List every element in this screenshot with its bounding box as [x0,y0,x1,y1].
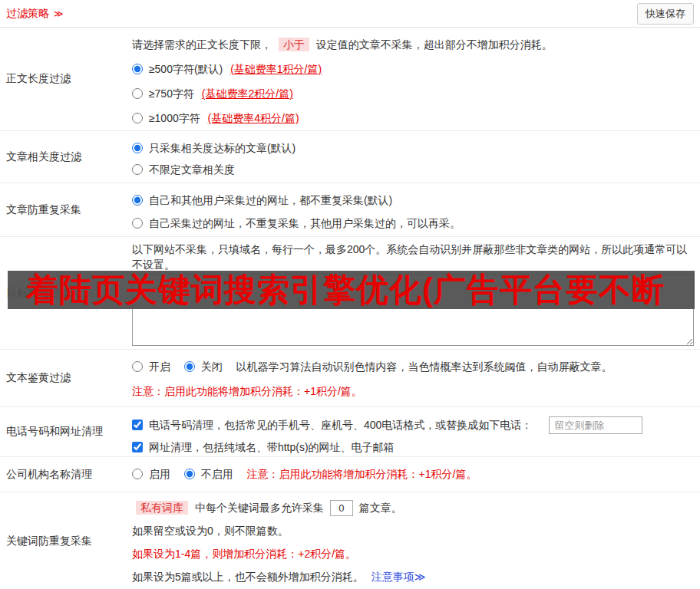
radio-option-1000-chars[interactable]: ≥1000字符 (基础费率4积分/篇) [132,112,299,124]
checkbox-phone-clean[interactable] [132,420,143,430]
radio-label: 开启 [149,360,170,373]
keyword-note-fee: 如果设为1-4篇，则增加积分消耗：+2积分/篇。 [132,546,694,562]
radio-company-on[interactable] [132,469,143,479]
intro-text-before: 请选择需求的正文长度下限， [132,38,272,51]
quick-save-button[interactable]: 快速保存 [637,3,694,25]
row-label: 文本鉴黄过滤 [0,350,132,406]
content-length-intro: 请选择需求的正文长度下限， 小于 设定值的文章不采集，超出部分不增加积分消耗。 [132,37,694,53]
checkbox-url-clean[interactable] [132,442,143,452]
radio-1000-chars[interactable] [132,113,143,123]
radio-relevance-on[interactable] [132,143,143,153]
fee-link-2-credit[interactable]: (基础费率2积分/篇) [202,87,293,100]
intro-text-after: 设定值的文章不采集，超出部分不增加积分消耗。 [316,38,553,51]
page-title-text: 过滤策略 [6,7,49,19]
radio-option-company-off[interactable]: 不启用 [184,468,236,480]
radio-company-off[interactable] [184,469,195,479]
page-title[interactable]: 过滤策略 ≫ [6,7,63,21]
porn-filter-note: 注意：启用此功能将增加积分消耗：+1积分/篇。 [132,383,694,400]
radio-label: 不限定文章相关度 [149,163,235,176]
radio-dedupe-all[interactable] [132,195,143,206]
double-chevron-icon: ≫ [54,8,64,19]
row-keyword-dedupe: 关键词防重复采集 私有词库 中每个关键词最多允许采集 篇文章。 如果留空或设为0… [0,492,700,589]
watermark-text: 着陆页关键词搜索引擎优化(广告平台要不断 [8,271,665,309]
checkbox-option-url-clean[interactable]: 网址清理，包括纯域名、带http(s)的网址、电子邮箱 [132,441,395,453]
radio-750-chars[interactable] [132,88,143,99]
row-label: 公司机构名称清理 [0,457,132,492]
row-label: 正文长度过滤 [0,28,132,130]
keyword-note-five-plus: 如果设为5篇或以上，也不会额外增加积分消耗。 注意事项≫ [132,569,694,585]
radio-option-750-chars[interactable]: ≥750字符 (基础费率2积分/篇) [132,87,293,100]
radio-dedupe-self[interactable] [132,218,143,229]
radio-option-dedupe-all[interactable]: 自己和其他用户采集过的网址，都不重复采集(默认) [132,194,392,206]
radio-option-porn-off[interactable]: 关闭 [184,360,226,373]
checkbox-label: 网址清理，包括纯域名、带http(s)的网址、电子邮箱 [149,441,395,453]
radio-option-company-on[interactable]: 启用 [132,468,173,480]
radio-option-relevance-on[interactable]: 只采集相关度达标的文章(默认) [132,142,296,154]
fee-link-1-credit[interactable]: (基础费率1积分/篇) [230,63,322,75]
radio-500-chars[interactable] [132,64,143,74]
row-label: 关键词防重复采集 [0,492,132,589]
radio-label: 启用 [149,468,170,480]
checkbox-option-phone-clean[interactable]: 电话号码清理，包括常见的手机号、座机号、400电话格式，或替换成如下电话： [132,419,535,431]
site-filter-description: 以下网站不采集，只填域名，每行一个，最多200个。系统会自动识别并屏蔽那些非文章… [132,242,694,272]
radio-label: 不启用 [201,468,233,480]
radio-porn-off[interactable] [184,361,195,372]
radio-option-dedupe-self[interactable]: 自己采集过的网址，不重复采集，其他用户采集过的，可以再采。 [132,217,461,229]
row-label: 文章防重复采集 [0,183,132,236]
private-lexicon-link[interactable]: 私有词库 [136,501,188,515]
replacement-phone-input[interactable] [549,416,642,434]
radio-label: 关闭 [201,360,223,373]
radio-option-relevance-off[interactable]: 不限定文章相关度 [132,163,235,176]
radio-porn-on[interactable] [132,361,143,372]
radio-label: ≥500字符(默认) [149,63,223,75]
notice-link[interactable]: 注意事项≫ [371,571,426,583]
porn-filter-description: 以机器学习算法自动识别色情内容，当色情概率达到系统阈值，自动屏蔽文章。 [236,360,612,373]
radio-relevance-off[interactable] [132,164,143,175]
keyword-note-unlimited: 如果留空或设为0，则不限篇数。 [132,523,694,539]
keyword-limit-suffix: 篇文章。 [359,502,402,514]
notice-link-text: 注意事项 [371,571,414,583]
keyword-limit-input[interactable] [330,500,353,516]
keyword-limit-text: 中每个关键词最多允许采集 [195,502,324,514]
fee-link-4-credit[interactable]: (基础费率4积分/篇) [208,112,299,124]
row-content-length-filter: 正文长度过滤 请选择需求的正文长度下限， 小于 设定值的文章不采集，超出部分不增… [0,28,700,131]
row-label: 电话号码和网址清理 [0,407,132,456]
row-phone-url-clean: 电话号码和网址清理 电话号码清理，包括常见的手机号、座机号、400电话格式，或替… [0,407,700,457]
radio-option-500-chars[interactable]: ≥500字符(默认) (基础费率1积分/篇) [132,63,322,75]
less-than-highlight: 小于 [279,38,309,51]
radio-label: 自己和其他用户采集过的网址，都不重复采集(默认) [149,194,392,206]
keyword-note-text: 如果设为5篇或以上，也不会额外增加积分消耗。 [132,571,364,583]
row-porn-filter: 文本鉴黄过滤 开启 关闭 以机器学习算法自动识别色情内容，当色情概率达到系统阈值… [0,350,700,407]
top-bar: 过滤策略 ≫ 快速保存 [0,0,700,28]
radio-label: 自己采集过的网址，不重复采集，其他用户采集过的，可以再采。 [149,217,461,229]
row-company-clean: 公司机构名称清理 启用 不启用 注意：启用此功能将增加积分消耗：+1积分/篇。 [0,457,700,492]
checkbox-label: 电话号码清理，包括常见的手机号、座机号、400电话格式，或替换成如下电话： [149,419,532,431]
radio-label: 只采集相关度达标的文章(默认) [149,142,296,154]
row-relevance-filter: 文章相关度过滤 只采集相关度达标的文章(默认) 不限定文章相关度 [0,131,700,183]
radio-label: ≥750字符 [149,87,194,100]
watermark-overlay: 着陆页关键词搜索引擎优化(广告平台要不断 [8,271,695,309]
radio-label: ≥1000字符 [149,112,200,124]
double-chevron-icon: ≫ [414,571,426,583]
radio-option-porn-on[interactable]: 开启 [132,360,173,373]
row-label: 文章相关度过滤 [0,131,132,183]
company-clean-note: 注意：启用此功能将增加积分消耗：+1积分/篇。 [247,468,477,480]
row-dedupe-filter: 文章防重复采集 自己和其他用户采集过的网址，都不重复采集(默认) 自己采集过的网… [0,183,700,237]
